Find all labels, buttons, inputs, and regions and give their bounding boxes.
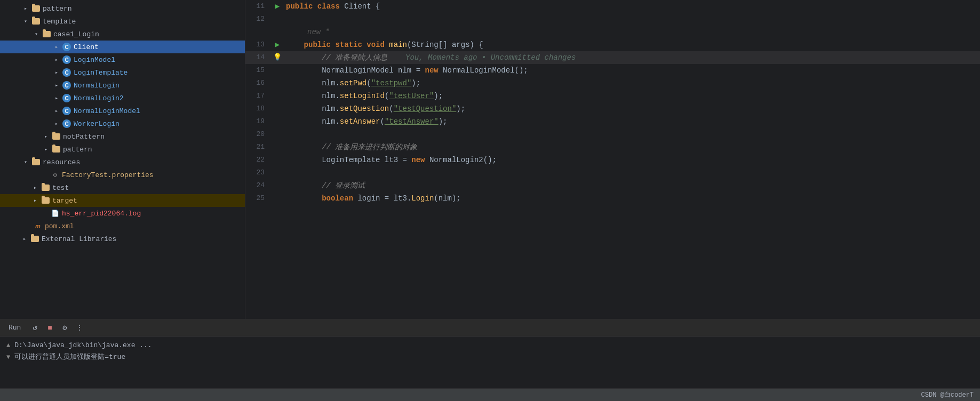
down-arrow-icon: ▼ bbox=[6, 351, 10, 363]
sidebar: pattern template case1_Login C Client bbox=[0, 0, 245, 319]
arrow-icon bbox=[21, 158, 30, 166]
sidebar-item-label: FactoryTest.properties bbox=[62, 171, 154, 179]
arrow-placeholder bbox=[32, 132, 41, 141]
sidebar-item-label: LoginModel bbox=[74, 56, 115, 64]
sidebar-item-label: pattern bbox=[63, 146, 92, 154]
arrow-placeholder bbox=[43, 43, 51, 51]
sidebar-item-pattern-sub[interactable]: pattern bbox=[0, 143, 245, 156]
bottom-panel: Run ↺ ■ ⚙ ⋮ ▲ D:\Java\java_jdk\bin\java.… bbox=[0, 319, 980, 388]
folder-icon bbox=[41, 196, 50, 205]
arrow-icon bbox=[52, 107, 61, 115]
arrow-placeholder bbox=[43, 55, 51, 64]
sidebar-item-label: notPattern bbox=[63, 133, 105, 141]
sidebar-item-client[interactable]: C Client bbox=[0, 41, 245, 53]
arrow-icon bbox=[52, 55, 61, 64]
code-area[interactable]: 11 ▶ public class Client { 12 new * 13 ▶ bbox=[245, 0, 980, 319]
sidebar-item-normallogin[interactable]: C NormalLogin bbox=[0, 79, 245, 92]
stop-button[interactable]: ■ bbox=[44, 323, 55, 333]
sidebar-item-label: pattern bbox=[43, 5, 72, 13]
code-content: boolean login = lt3.Login(nlm); bbox=[284, 192, 980, 205]
line-number: 16 bbox=[245, 77, 271, 90]
sidebar-item-normalloginmodel[interactable]: C NormalLoginModel bbox=[0, 105, 245, 117]
editor: 11 ▶ public class Client { 12 new * 13 ▶ bbox=[245, 0, 980, 319]
arrow-icon bbox=[20, 235, 29, 243]
arrow-placeholder bbox=[43, 119, 51, 128]
sidebar-item-logintemplate[interactable]: C LoginTemplate bbox=[0, 66, 245, 79]
folder-icon bbox=[42, 29, 51, 39]
code-line-24: 24 // 登录测试 bbox=[245, 179, 980, 192]
arrow-icon bbox=[52, 94, 61, 102]
bulb-gutter[interactable]: 💡 bbox=[271, 51, 284, 64]
status-text: CSDN @白coderT bbox=[921, 390, 974, 399]
sidebar-item-pom-xml[interactable]: m pom.xml bbox=[0, 220, 245, 232]
sidebar-item-normallogin2[interactable]: C NormalLogin2 bbox=[0, 92, 245, 105]
sidebar-item-external-libraries[interactable]: External Libraries bbox=[0, 232, 245, 245]
sidebar-item-resources[interactable]: resources bbox=[0, 156, 245, 169]
code-content: public static void main(String[] args) { bbox=[284, 38, 980, 51]
arrow-icon bbox=[52, 43, 61, 51]
sidebar-item-label: Client bbox=[74, 43, 99, 51]
tab-run[interactable]: Run bbox=[4, 322, 25, 334]
sidebar-item-pattern-top[interactable]: pattern bbox=[0, 2, 245, 15]
sidebar-item-label: LoginTemplate bbox=[74, 69, 128, 77]
arrow-icon bbox=[52, 81, 61, 90]
sidebar-item-test[interactable]: test bbox=[0, 181, 245, 194]
sidebar-item-case1-login[interactable]: case1_Login bbox=[0, 28, 245, 41]
arrow-placeholder bbox=[21, 222, 32, 230]
arrow-icon bbox=[21, 4, 30, 13]
line-number: 24 bbox=[245, 179, 271, 192]
class-icon: C bbox=[62, 81, 71, 90]
code-line-12: 12 bbox=[245, 13, 980, 26]
sidebar-item-label: target bbox=[52, 197, 77, 205]
settings-button[interactable]: ⚙ bbox=[59, 323, 70, 333]
arrow-placeholder bbox=[32, 209, 49, 218]
sidebar-item-workerlogin[interactable]: C WorkerLogin bbox=[0, 117, 245, 130]
code-content: nlm.setAnswer("testAnswer"); bbox=[284, 115, 980, 128]
code-line-17: 17 nlm.setLoginId("testUser"); bbox=[245, 90, 980, 102]
code-content: nlm.setQuestion("testQuestion"); bbox=[284, 102, 980, 115]
run-gutter[interactable]: ▶ bbox=[271, 38, 284, 51]
folder-icon bbox=[41, 183, 50, 193]
code-content: // 准备用来进行判断的对象 bbox=[284, 141, 980, 154]
arrow-placeholder bbox=[43, 107, 51, 115]
line-number: 13 bbox=[245, 38, 271, 51]
sidebar-item-notpattern[interactable]: notPattern bbox=[0, 130, 245, 143]
maven-icon: m bbox=[33, 221, 43, 231]
code-line-18: 18 nlm.setQuestion("testQuestion"); bbox=[245, 102, 980, 115]
arrow-placeholder bbox=[43, 94, 51, 102]
code-line-11: 11 ▶ public class Client { bbox=[245, 0, 980, 13]
run-arrow-icon: ▶ bbox=[275, 38, 280, 51]
code-line-25: 25 boolean login = lt3.Login(nlm); bbox=[245, 192, 980, 205]
run-arrow-icon: ▶ bbox=[275, 0, 280, 13]
panel-content: ▲ D:\Java\java_jdk\bin\java.exe ... ▼ 可以… bbox=[0, 336, 980, 388]
code-line-23: 23 bbox=[245, 166, 980, 179]
up-arrow-icon: ▲ bbox=[6, 340, 10, 351]
arrow-placeholder bbox=[11, 235, 19, 243]
sidebar-item-label: case1_Login bbox=[53, 30, 99, 38]
sidebar-item-label: resources bbox=[43, 158, 80, 166]
sidebar-item-target[interactable]: target bbox=[0, 194, 245, 207]
line-number: 18 bbox=[245, 102, 271, 115]
sidebar-item-factorytest[interactable]: ⚙ FactoryTest.properties bbox=[0, 169, 245, 181]
sidebar-item-label: test bbox=[52, 184, 69, 192]
arrow-icon bbox=[32, 30, 41, 38]
indent-hint-line: new * bbox=[245, 26, 980, 38]
more-button[interactable]: ⋮ bbox=[74, 323, 85, 333]
code-content: NormalLoginModel nlm = new NormalLoginMo… bbox=[284, 64, 980, 77]
refresh-button[interactable]: ↺ bbox=[29, 323, 40, 333]
main-area: pattern template case1_Login C Client bbox=[0, 0, 980, 319]
class-icon: C bbox=[62, 68, 71, 77]
settings-icon: ⚙ bbox=[50, 170, 60, 180]
sidebar-item-template[interactable]: template bbox=[0, 15, 245, 28]
folder-icon bbox=[31, 17, 41, 26]
sidebar-item-loginmodel[interactable]: C LoginModel bbox=[0, 53, 245, 66]
run-gutter[interactable]: ▶ bbox=[271, 0, 284, 13]
class-icon: C bbox=[62, 42, 71, 52]
log-file-icon: 📄 bbox=[50, 208, 60, 218]
line-number: 17 bbox=[245, 90, 271, 102]
folder-icon bbox=[31, 4, 41, 13]
arrow-placeholder bbox=[21, 183, 30, 192]
sidebar-item-hserr-log[interactable]: 📄 hs_err_pid22064.log bbox=[0, 207, 245, 220]
arrow-icon bbox=[31, 183, 39, 192]
class-icon: C bbox=[62, 119, 71, 129]
